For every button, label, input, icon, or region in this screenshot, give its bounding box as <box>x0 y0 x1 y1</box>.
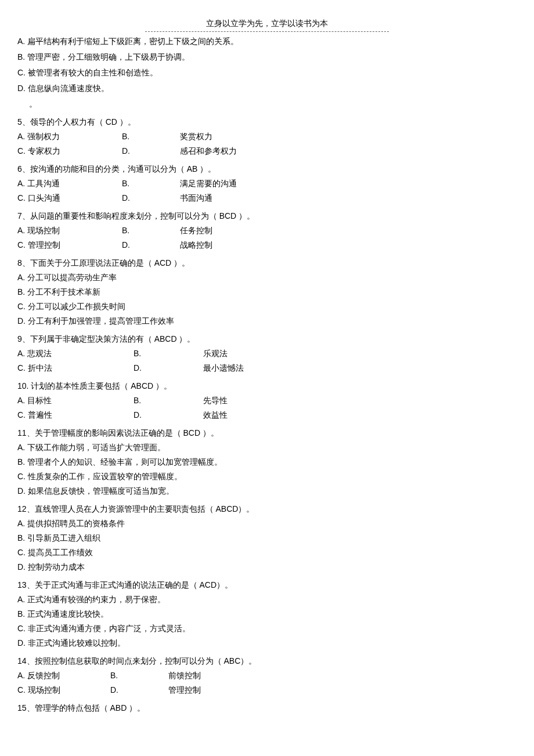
q14-row2: C. 现场控制 D. 管理控制 <box>17 684 517 696</box>
q7-row2: C. 管理控制 D. 战略控制 <box>17 239 517 251</box>
q10-option-a: A. 目标性 <box>17 395 134 407</box>
q11-option-d: D. 如果信息反馈快，管理幅度可适当加宽。 <box>17 485 517 497</box>
q12-option-d: D. 控制劳动力成本 <box>17 561 517 573</box>
question-9-stem: 9、下列属于非确定型决策方法的有（ ABCD ）。 <box>17 333 517 345</box>
q14-option-b-label: B. <box>110 670 168 682</box>
q5-row1: A. 强制权力 B. 奖赏权力 <box>17 131 517 143</box>
q8-option-d: D. 分工有利于加强管理，提高管理工作效率 <box>17 315 517 327</box>
q14-option-d: 管理控制 <box>168 684 517 696</box>
question-13-stem: 13、关于正式沟通与非正式沟通的说法正确的是（ ACD）。 <box>17 579 517 591</box>
question-15-stem: 15、管理学的特点包括（ ABD ）。 <box>17 702 517 714</box>
q12-option-c: C. 提高员工工作绩效 <box>17 547 517 559</box>
q6-option-d-label: D. <box>122 192 180 204</box>
stray-period: 。 <box>29 98 517 110</box>
q11-option-c: C. 性质复杂的工作，应设置较窄的管理幅度。 <box>17 471 517 483</box>
q9-option-d: 最小遗憾法 <box>203 362 517 374</box>
q11-option-b: B. 管理者个人的知识、经验丰富，则可以加宽管理幅度。 <box>17 456 517 468</box>
q9-option-d-label: D. <box>134 362 203 374</box>
q10-option-d-label: D. <box>134 409 203 421</box>
q7-option-c: C. 管理控制 <box>17 239 122 251</box>
question-11-stem: 11、关于管理幅度的影响因素说法正确的是（ BCD ）。 <box>17 427 517 439</box>
q7-option-d-label: D. <box>122 239 180 251</box>
q13-option-d: D. 非正式沟通比较难以控制。 <box>17 637 517 649</box>
q10-row2: C. 普遍性 D. 效益性 <box>17 409 517 421</box>
question-10-stem: 10. 计划的基本性质主要包括（ ABCD ）。 <box>17 380 517 392</box>
q8-option-c: C. 分工可以减少工作损失时间 <box>17 301 517 313</box>
option-a: A. 扁平结构有利于缩短上下级距离，密切上下级之间的关系。 <box>17 35 517 48</box>
page-header: 立身以立学为先，立学以读书为本 <box>17 17 517 31</box>
question-5-stem: 5、领导的个人权力有（ CD ）。 <box>17 116 517 128</box>
q8-option-a: A. 分工可以提高劳动生产率 <box>17 272 517 284</box>
q6-option-d: 书面沟通 <box>180 192 517 204</box>
q9-option-a: A. 悲观法 <box>17 348 134 360</box>
q5-option-b: 奖赏权力 <box>180 131 517 143</box>
q14-option-d-label: D. <box>110 684 168 696</box>
q12-option-b: B. 引导新员工进入组织 <box>17 532 517 544</box>
q6-row1: A. 工具沟通 B. 满足需要的沟通 <box>17 178 517 190</box>
option-d: D. 信息纵向流通速度快。 <box>17 82 517 95</box>
question-6-stem: 6、按沟通的功能和目的分类，沟通可以分为（ AB ）。 <box>17 163 517 175</box>
question-7-stem: 7、从问题的重要性和影响程度来划分，控制可以分为（ BCD ）。 <box>17 210 517 222</box>
q9-option-b-label: B. <box>134 348 203 360</box>
q6-option-c: C. 口头沟通 <box>17 192 122 204</box>
q14-option-c: C. 现场控制 <box>17 684 110 696</box>
q7-row1: A. 现场控制 B. 任务控制 <box>17 225 517 237</box>
q7-option-a: A. 现场控制 <box>17 225 122 237</box>
question-8-stem: 8、下面关于分工原理说法正确的是（ ACD ）。 <box>17 257 517 269</box>
q6-option-b-label: B. <box>122 178 180 190</box>
option-c: C. 被管理者有较大的自主性和创造性。 <box>17 67 517 79</box>
q13-option-c: C. 非正式沟通沟通方便，内容广泛，方式灵活。 <box>17 623 517 635</box>
q12-option-a: A. 提供拟招聘员工的资格条件 <box>17 518 517 530</box>
q5-option-a: A. 强制权力 <box>17 131 122 143</box>
q10-option-c: C. 普遍性 <box>17 409 134 421</box>
q9-row2: C. 折中法 D. 最小遗憾法 <box>17 362 517 374</box>
q8-option-b: B. 分工不利于技术革新 <box>17 286 517 298</box>
q6-option-b: 满足需要的沟通 <box>180 178 517 190</box>
q7-option-b-label: B. <box>122 225 180 237</box>
question-14-stem: 14、按照控制信息获取的时间点来划分，控制可以分为（ ABC）。 <box>17 655 517 667</box>
q14-option-a: A. 反馈控制 <box>17 670 110 682</box>
q10-option-b: 先导性 <box>203 395 517 407</box>
q14-option-b: 前馈控制 <box>168 670 517 682</box>
header-motto: 立身以立学为先，立学以读书为本 <box>206 17 328 31</box>
q9-option-b: 乐观法 <box>203 348 517 360</box>
q14-row1: A. 反馈控制 B. 前馈控制 <box>17 670 517 682</box>
q11-option-a: A. 下级工作能力弱，可适当扩大管理面。 <box>17 442 517 454</box>
header-underline <box>145 31 389 32</box>
q5-option-b-label: B. <box>122 131 180 143</box>
q9-option-c: C. 折中法 <box>17 362 134 374</box>
question-12-stem: 12、直线管理人员在人力资源管理中的主要职责包括（ ABCD）。 <box>17 503 517 515</box>
q6-option-a: A. 工具沟通 <box>17 178 122 190</box>
q10-option-b-label: B. <box>134 395 203 407</box>
q7-option-d: 战略控制 <box>180 239 517 251</box>
q10-option-d: 效益性 <box>203 409 517 421</box>
option-b: B. 管理严密，分工细致明确，上下级易于协调。 <box>17 51 517 63</box>
q10-row1: A. 目标性 B. 先导性 <box>17 395 517 407</box>
q7-option-b: 任务控制 <box>180 225 517 237</box>
q5-row2: C. 专家权力 D. 感召和参考权力 <box>17 145 517 157</box>
q5-option-d-label: D. <box>122 145 180 157</box>
q13-option-a: A. 正式沟通有较强的约束力，易于保密。 <box>17 594 517 606</box>
q5-option-c: C. 专家权力 <box>17 145 122 157</box>
q9-row1: A. 悲观法 B. 乐观法 <box>17 348 517 360</box>
q6-row2: C. 口头沟通 D. 书面沟通 <box>17 192 517 204</box>
q5-option-d: 感召和参考权力 <box>180 145 517 157</box>
q13-option-b: B. 正式沟通速度比较快。 <box>17 608 517 620</box>
